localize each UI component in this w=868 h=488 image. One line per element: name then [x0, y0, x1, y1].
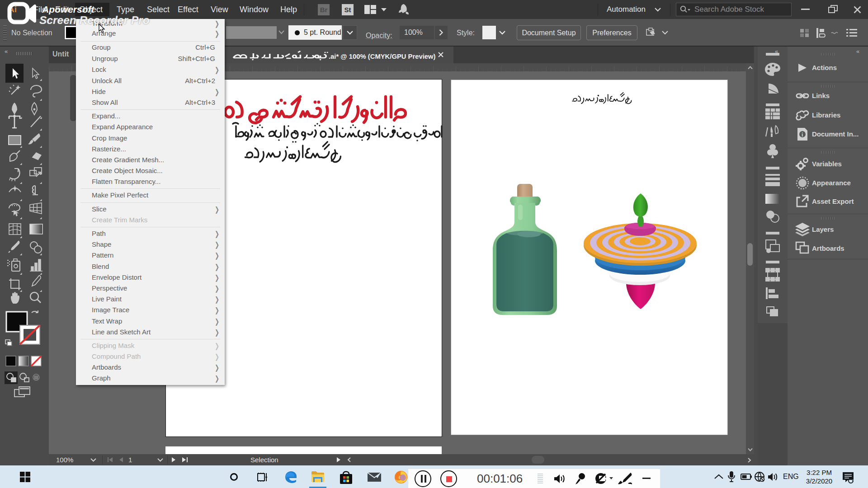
svg-text:.ai* @ 100% (CMYK/GPU Preview): .ai* @ 100% (CMYK/GPU Preview)	[329, 53, 436, 60]
